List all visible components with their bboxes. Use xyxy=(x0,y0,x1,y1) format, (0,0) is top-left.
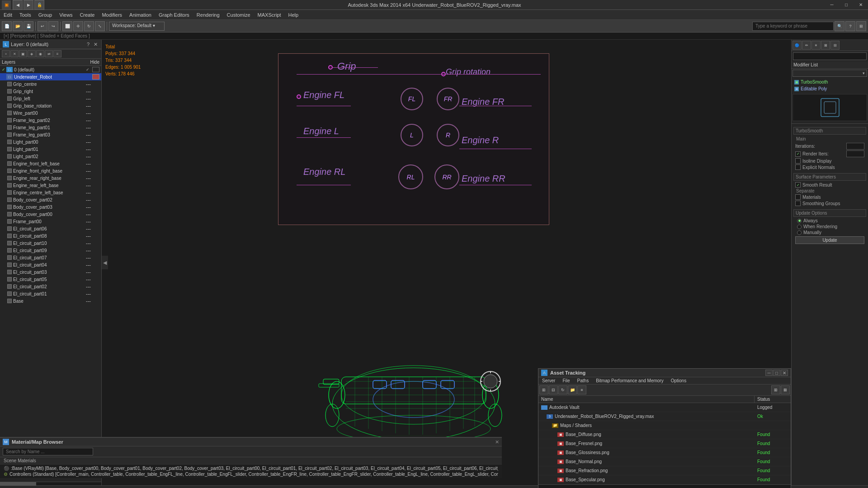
toolbar-new[interactable]: 📄 xyxy=(2,21,12,31)
toolbar-undo[interactable]: ↩ xyxy=(38,21,47,31)
at-close-button[interactable]: ✕ xyxy=(781,370,788,376)
toolbar-scale[interactable]: ⤡ xyxy=(95,21,105,31)
search-button[interactable]: 🔍 xyxy=(835,21,844,31)
list-item[interactable]: Wire_part00--- xyxy=(0,109,101,117)
manually-radio[interactable] xyxy=(797,230,802,235)
at-btn-1[interactable]: ⊞ xyxy=(539,385,548,394)
list-item[interactable]: Light_part01--- xyxy=(0,145,101,153)
toolbar-redo[interactable]: ↪ xyxy=(48,21,58,31)
layer-delete-button[interactable]: ✕ xyxy=(10,50,19,57)
layers-help-button[interactable]: ? xyxy=(85,41,91,47)
title-btn-1[interactable]: ◀ xyxy=(13,0,23,10)
rt-btn-2[interactable]: ✏ xyxy=(802,41,811,50)
list-item[interactable]: Engine_front_left_base--- xyxy=(0,160,101,167)
at-menu-options[interactable]: Options xyxy=(667,377,690,384)
layer-item[interactable]: □ Underwater_Robot xyxy=(0,73,101,80)
minimize-button[interactable]: ─ xyxy=(825,0,839,10)
at-row-base-normal[interactable]: ▣ Base_Normal.png Found xyxy=(538,457,791,466)
at-menu-server[interactable]: Server xyxy=(538,377,559,384)
object-name-input[interactable]: Light_part02 xyxy=(793,52,867,60)
rt-btn-4[interactable]: ⊞ xyxy=(821,41,830,50)
toolbar-ext[interactable]: ⊞ xyxy=(856,21,866,31)
menu-group[interactable]: Group xyxy=(35,11,56,19)
layers-horizontal-scrollbar[interactable] xyxy=(0,482,101,485)
explicit-normals-checkbox[interactable] xyxy=(795,164,801,170)
list-item[interactable]: Engine_centre_left_base--- xyxy=(0,189,101,196)
at-menu-bitmap-perf[interactable]: Bitmap Performance and Memory xyxy=(592,377,667,384)
at-btn-5[interactable]: ≡ xyxy=(577,385,586,394)
at-btn-7[interactable]: ⊠ xyxy=(781,385,790,394)
material-item-2[interactable]: ⚙ Controllers (Standard) [Controller_mai… xyxy=(4,471,498,477)
menu-rendering[interactable]: Rendering xyxy=(193,11,223,19)
at-btn-2[interactable]: ⊟ xyxy=(549,385,558,394)
menu-create[interactable]: Create xyxy=(76,11,98,19)
layer-item[interactable]: ✓ □ 0 (default) ✓ xyxy=(0,66,101,73)
material-item-1[interactable]: ⚫ :Base (VRayMtl) [Base, Body_cover_part… xyxy=(4,465,498,471)
turbosmooth-title[interactable]: TurboSmooth xyxy=(793,127,866,135)
layer-new-button[interactable]: + xyxy=(2,50,10,57)
at-minimize-button[interactable]: ─ xyxy=(765,370,773,376)
list-item[interactable]: Light_part02--- xyxy=(0,153,101,160)
list-item[interactable]: El_circuit_part10--- xyxy=(0,239,101,247)
smoothing-groups-checkbox[interactable] xyxy=(795,201,801,206)
layers-close-button[interactable]: ✕ xyxy=(92,41,99,47)
render-iters-input[interactable]: 2 xyxy=(846,150,864,157)
list-item[interactable]: Frame_leg_part02--- xyxy=(0,117,101,124)
toolbar-open[interactable]: 📂 xyxy=(13,21,23,31)
at-row-base-specular[interactable]: ▣ Base_Specular.png Found xyxy=(538,475,791,484)
material-browser-close-button[interactable]: ✕ xyxy=(495,439,499,445)
close-button[interactable]: ✕ xyxy=(854,0,868,10)
at-row-base-fresnel[interactable]: ▣ Base_Fresnel.png Found xyxy=(538,439,791,448)
list-item[interactable]: El_circuit_part07--- xyxy=(0,254,101,261)
modifier-dropdown[interactable]: ▾ xyxy=(793,70,867,77)
update-button[interactable]: Update xyxy=(795,236,864,244)
toolbar-rotate[interactable]: ↻ xyxy=(84,21,94,31)
at-menu-paths[interactable]: Paths xyxy=(574,377,593,384)
menu-tools[interactable]: Tools xyxy=(16,11,35,19)
list-item[interactable]: Engine_front_right_base--- xyxy=(0,167,101,174)
list-item[interactable]: El_circuit_part06--- xyxy=(0,225,101,232)
rt-btn-5[interactable]: ⊟ xyxy=(830,41,840,50)
list-item[interactable]: Frame_part00--- xyxy=(0,218,101,225)
list-item[interactable]: Frame_leg_part03--- xyxy=(0,131,101,138)
at-menu-file[interactable]: File xyxy=(559,377,573,384)
isoline-checkbox[interactable] xyxy=(795,158,801,164)
menu-customize[interactable]: Customize xyxy=(223,11,254,19)
at-horizontal-scrollbar[interactable] xyxy=(538,484,791,488)
search-input[interactable] xyxy=(752,22,834,31)
list-item[interactable]: El_circuit_part04--- xyxy=(0,261,101,268)
toolbar-save[interactable]: 💾 xyxy=(24,21,33,31)
update-options-title[interactable]: Update Options xyxy=(793,209,866,217)
menu-maxscript[interactable]: MAXScript xyxy=(254,11,285,19)
at-maximize-button[interactable]: □ xyxy=(773,370,780,376)
list-item[interactable]: Engine_rear_left_base--- xyxy=(0,182,101,189)
surface-params-title[interactable]: Surface Parameters xyxy=(793,173,866,181)
materials-checkbox[interactable] xyxy=(795,194,801,200)
toolbar-help[interactable]: ? xyxy=(845,21,855,31)
rt-btn-1[interactable]: 🔵 xyxy=(793,41,802,50)
menu-modifiers[interactable]: Modifiers xyxy=(98,11,126,19)
list-item[interactable]: Body_cover_part02--- xyxy=(0,196,101,203)
modifier-turbosmooth[interactable]: ▣ TurboSmooth xyxy=(793,79,867,85)
layer-merge-button[interactable]: ⇌ xyxy=(45,50,53,57)
material-search-input[interactable] xyxy=(3,448,93,455)
list-item[interactable]: El_circuit_part01--- xyxy=(0,290,101,297)
at-row-base-glossiness[interactable]: ▣ Base_Glossiness.png Found xyxy=(538,448,791,457)
list-item[interactable]: Engine_rear_right_base--- xyxy=(0,174,101,182)
menu-animation[interactable]: Animation xyxy=(126,11,155,19)
layer-options-button[interactable]: ≡ xyxy=(53,50,61,57)
list-item[interactable]: Body_cover_part03--- xyxy=(0,203,101,211)
at-row-base-diffuse[interactable]: ▣ Base_Diffuse.png Found xyxy=(538,430,791,439)
when-rendering-radio[interactable] xyxy=(797,225,802,229)
menu-help[interactable]: Help xyxy=(285,11,302,19)
render-iters-checkbox[interactable]: ✓ xyxy=(795,151,801,157)
title-btn-2[interactable]: ▶ xyxy=(24,0,33,10)
viewport-collapse-left[interactable]: ◀ xyxy=(102,256,108,269)
list-item[interactable]: Grip_base_rotation--- xyxy=(0,102,101,109)
list-item[interactable]: Frame_leg_part01--- xyxy=(0,124,101,131)
layers-list[interactable]: ✓ □ 0 (default) ✓ □ Underwater_Robot Gri… xyxy=(0,66,101,482)
layer-add-object-button[interactable]: ▣ xyxy=(19,50,27,57)
at-row-base-refraction[interactable]: ▣ Base_Refraction.png Found xyxy=(538,466,791,475)
menu-edit[interactable]: Edit xyxy=(0,11,16,19)
list-item[interactable]: El_circuit_part08--- xyxy=(0,232,101,239)
